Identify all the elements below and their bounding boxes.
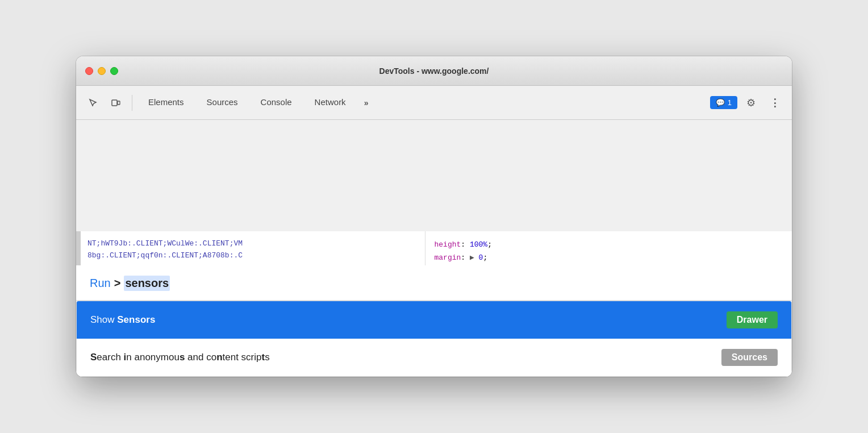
tab-console[interactable]: Console [251,86,302,120]
tab-network[interactable]: Network [304,86,356,120]
command-query: sensors [124,276,170,291]
window-title: DevTools - www.google.com/ [379,66,489,76]
svg-rect-0 [112,100,117,106]
more-options-button[interactable]: ⋮ [765,93,785,113]
code-line-1: NT;hWT9Jb:.CLIENT;WCulWe:.CLIENT;VM [87,238,416,250]
gear-icon: ⚙ [746,97,756,109]
minimize-button[interactable] [98,67,106,75]
devtools-window: DevTools - www.google.com/ Elements [76,56,792,377]
command-input-line: Run > sensors [90,276,778,291]
main-area: Run > sensors Show Sensors Drawer [76,231,792,377]
more-tabs-button[interactable]: » [358,93,374,113]
command-overlay: Run > sensors Show Sensors Drawer [76,265,792,377]
inspect-element-button[interactable] [83,93,103,113]
svg-rect-1 [118,101,120,105]
toolbar-right: 💬 1 ⚙ ⋮ [710,93,785,113]
tab-sources[interactable]: Sources [197,86,248,120]
drawer-badge-button[interactable]: Drawer [727,311,778,328]
code-line-2: 8bg:.CLIENT;qqf0n:.CLIENT;A8708b:.C [87,250,416,262]
traffic-lights [85,67,118,75]
chat-icon: 💬 [716,98,725,107]
css-line-height: height: 100%; [435,238,783,251]
settings-button[interactable]: ⚙ [741,93,761,113]
run-label: Run [90,277,111,290]
dropdown-item-show-sensors[interactable]: Show Sensors Drawer [77,301,791,339]
dropdown-item-search[interactable]: Search in anonymous and content scripts … [77,339,791,376]
dropdown-item-text-2: Search in anonymous and content scripts [90,352,270,363]
toolbar: Elements Sources Console Network » 💬 1 [76,86,792,120]
command-input-area[interactable]: Run > sensors [76,265,792,301]
chat-badge-button[interactable]: 💬 1 [710,96,737,109]
toolbar-divider [132,95,132,111]
devtools-panel: Elements Sources Console Network » 💬 1 [76,86,792,377]
sources-badge-button[interactable]: Sources [721,349,778,366]
device-toolbar-button[interactable] [106,93,126,113]
tab-elements[interactable]: Elements [138,86,194,120]
command-dropdown: Show Sensors Drawer Search in anonymous … [76,301,792,377]
command-arrow: > [114,277,121,290]
title-bar: DevTools - www.google.com/ [76,56,792,86]
more-dots-icon: ⋮ [770,97,780,109]
code-content: NT;hWT9Jb:.CLIENT;WCulWe:.CLIENT;VM 8bg:… [76,231,425,269]
dropdown-item-text-1: Show Sensors [90,314,155,326]
close-button[interactable] [85,67,93,75]
maximize-button[interactable] [110,67,118,75]
css-line-margin: margin: ▶ 0; [435,251,783,264]
